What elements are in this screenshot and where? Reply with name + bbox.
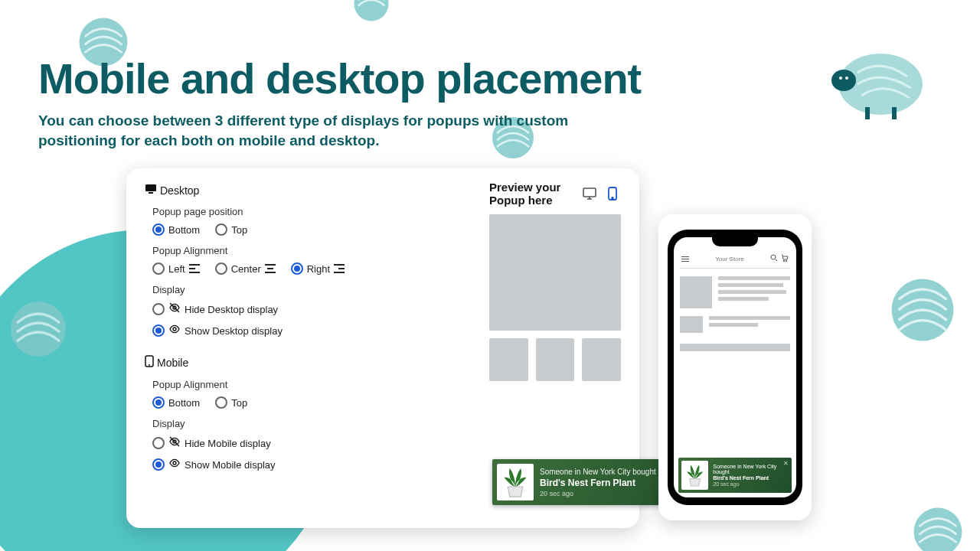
eye-icon <box>168 323 181 338</box>
hero: Mobile and desktop placement You can cho… <box>38 54 641 150</box>
eye-off-icon <box>168 302 181 317</box>
mobile-icon <box>145 355 154 370</box>
preview-device-toggle <box>581 185 621 202</box>
popup-product-name: Bird's Nest Fern Plant <box>540 478 656 488</box>
svg-point-11 <box>831 70 856 91</box>
yarn-ball-icon <box>888 276 957 344</box>
eye-icon <box>168 457 181 472</box>
desktop-align-left-radio[interactable]: Left <box>152 262 200 275</box>
mobile-popup-preview: Someone in New York City bought Bird's N… <box>678 458 792 493</box>
skeleton-image <box>680 276 712 308</box>
cart-icon[interactable] <box>781 254 789 263</box>
skeleton-bar <box>680 344 790 351</box>
popup-timestamp: 20 sec ago <box>540 490 656 497</box>
popup-product-image <box>681 461 708 490</box>
popup-line1: Someone in New York City bought <box>540 468 656 476</box>
svg-point-22 <box>149 364 150 366</box>
svg-point-13 <box>845 77 848 80</box>
page-subtitle: You can choose between 3 different type … <box>38 111 590 150</box>
popup-close-icon[interactable]: ✕ <box>783 460 789 467</box>
mobile-pos-bottom-radio[interactable]: Bottom <box>152 396 200 409</box>
svg-point-12 <box>839 77 842 80</box>
preview-desktop-toggle[interactable] <box>581 185 598 202</box>
yarn-ball-icon <box>8 298 69 360</box>
popup-product-image <box>497 464 534 500</box>
svg-rect-15 <box>892 107 897 119</box>
desktop-heading: Desktop <box>160 184 199 197</box>
phone-notch <box>712 236 758 246</box>
skeleton-lines <box>718 276 790 301</box>
popup-timestamp: 20 sec ago <box>713 481 789 487</box>
align-right-icon <box>334 264 345 273</box>
skeleton-lines <box>709 316 790 327</box>
preview-placeholder-small <box>582 338 621 381</box>
desktop-pos-top-radio[interactable]: Top <box>215 223 247 236</box>
preview-mobile-toggle[interactable] <box>604 185 621 202</box>
svg-rect-26 <box>583 188 596 197</box>
svg-point-31 <box>771 255 776 259</box>
svg-point-34 <box>786 260 786 261</box>
yarn-ball-icon <box>911 505 965 551</box>
svg-point-1 <box>354 0 389 21</box>
yarn-ball-icon <box>352 0 390 23</box>
svg-point-33 <box>783 260 784 261</box>
svg-line-32 <box>776 259 777 261</box>
sheep-mascot-icon <box>812 31 934 122</box>
popup-line1: Someone in New York City bought <box>713 464 789 474</box>
settings-card: Desktop Popup page position Bottom Top P… <box>126 168 639 528</box>
eye-off-icon <box>168 435 181 451</box>
phone-store-name: Your Store <box>715 256 744 262</box>
search-icon[interactable] <box>770 254 778 263</box>
svg-point-5 <box>914 508 962 552</box>
preview-placeholder-small <box>536 338 575 381</box>
phone-screen: Your Store <box>674 237 796 497</box>
svg-rect-14 <box>865 107 870 119</box>
preview-placeholder-large <box>489 214 621 331</box>
desktop-align-right-radio[interactable]: Right <box>291 262 345 275</box>
desktop-icon <box>145 184 157 197</box>
svg-rect-16 <box>145 184 156 191</box>
page-title: Mobile and desktop placement <box>38 54 641 103</box>
desktop-pos-bottom-radio[interactable]: Bottom <box>152 223 200 236</box>
mobile-heading: Mobile <box>157 357 188 369</box>
hamburger-icon[interactable] <box>681 256 689 262</box>
svg-rect-17 <box>149 192 153 194</box>
align-center-icon <box>265 264 276 273</box>
phone-preview-card: Your Store <box>658 214 812 520</box>
phone-frame: Your Store <box>668 230 802 505</box>
mobile-pos-top-radio[interactable]: Top <box>215 396 247 409</box>
desktop-align-center-radio[interactable]: Center <box>215 262 276 275</box>
align-left-icon <box>189 264 200 273</box>
preview-title: Preview your Popup here <box>489 181 581 207</box>
svg-point-20 <box>173 328 176 331</box>
preview-placeholder-small <box>489 338 528 381</box>
popup-product-name: Bird's Nest Fern Plant <box>713 475 789 481</box>
svg-point-30 <box>612 197 613 199</box>
skeleton-small <box>680 316 703 333</box>
svg-point-25 <box>173 461 176 465</box>
